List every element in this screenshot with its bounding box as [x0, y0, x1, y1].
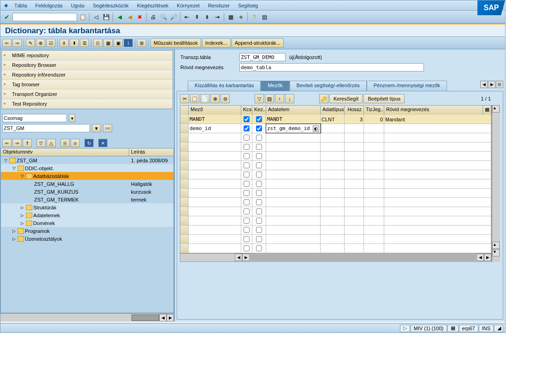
- init-checkbox[interactable]: [256, 153, 262, 159]
- tree-row[interactable]: ▷Adatelemek: [1, 211, 173, 219]
- display-change-icon[interactable]: ✎: [26, 39, 35, 47]
- init-checkbox[interactable]: [256, 190, 262, 196]
- init-checkbox[interactable]: [256, 227, 262, 233]
- prev-page-icon[interactable]: ⇞: [192, 12, 202, 22]
- tree-row[interactable]: ▽Adatbázistáblák: [1, 172, 173, 180]
- append-struct-button[interactable]: Append-struktúrák...: [232, 38, 284, 48]
- repo-item[interactable]: ▫Repository infórendszer: [2, 70, 173, 80]
- new-session-icon[interactable]: ▦: [226, 12, 235, 22]
- col-settings-icon[interactable]: ▦: [483, 106, 491, 115]
- tab-fields[interactable]: Mezők: [261, 81, 289, 91]
- data-element-input[interactable]: [267, 172, 319, 178]
- tree-row[interactable]: ▽ZST_GM1. péda 2008/09: [1, 156, 173, 164]
- object-tree[interactable]: ▽ZST_GM1. péda 2008/09▽DDIC-objekt.▽Adat…: [0, 156, 174, 313]
- scroll-right-icon[interactable]: ▶: [167, 314, 174, 321]
- key-checkbox[interactable]: [244, 162, 250, 168]
- tree-toggle-icon[interactable]: ▷: [11, 237, 17, 241]
- key-checkbox[interactable]: [244, 227, 250, 233]
- f4-help-icon[interactable]: ◐: [313, 125, 319, 132]
- grid-row[interactable]: [180, 198, 491, 207]
- init-checkbox[interactable]: [256, 236, 262, 242]
- repo-item[interactable]: ▫MIME repository: [2, 51, 173, 60]
- col-init[interactable]: Kez...: [252, 106, 266, 115]
- tab-currency[interactable]: Pénznem-/mennyiségi mezők: [367, 81, 447, 91]
- hscroll-right-icon[interactable]: ▶: [242, 254, 250, 261]
- grid-row[interactable]: [180, 133, 491, 143]
- append-icon[interactable]: ⊞: [137, 39, 146, 47]
- exit-icon[interactable]: ◀: [125, 12, 134, 22]
- next-page-icon[interactable]: ⇟: [203, 12, 212, 22]
- vscroll-up2-icon[interactable]: ▲: [492, 242, 500, 249]
- display-icon[interactable]: 👓: [103, 124, 112, 132]
- field-name-input[interactable]: [190, 218, 240, 224]
- paste-icon[interactable]: 📄: [200, 94, 209, 103]
- col-datatype[interactable]: Adattípus: [321, 106, 345, 115]
- field-name-input[interactable]: [190, 116, 240, 122]
- grid-row[interactable]: [180, 152, 491, 161]
- find-icon[interactable]: 🔍: [159, 12, 168, 22]
- tab-delivery[interactable]: Kiszállítás és karbantartás: [188, 81, 261, 91]
- grid-vscroll[interactable]: ▲ ▲ ▼: [492, 105, 500, 262]
- repo-item[interactable]: ▫Tag browser: [2, 80, 173, 89]
- key-checkbox[interactable]: [244, 181, 250, 187]
- dropdown-history-icon[interactable]: ▼: [92, 124, 101, 132]
- tree-toggle-icon[interactable]: ▷: [19, 213, 25, 218]
- copy-icon[interactable]: 📋: [190, 94, 199, 103]
- find-next-icon[interactable]: 🔎: [169, 12, 178, 22]
- field-name-input[interactable]: [190, 135, 240, 141]
- grid-row[interactable]: [180, 161, 491, 170]
- menu-tabla[interactable]: Tábla: [11, 3, 31, 8]
- dropdown-icon[interactable]: ▾: [69, 114, 75, 122]
- vscroll-up-icon[interactable]: ▲: [492, 105, 500, 113]
- tree-row[interactable]: ▽DDIC-objekt.: [1, 164, 173, 172]
- close-tree-icon[interactable]: ✕: [98, 139, 107, 147]
- activate-icon[interactable]: 🕯: [60, 39, 69, 47]
- grid-row[interactable]: CLNT30Mandant: [180, 115, 491, 124]
- table-name-input[interactable]: [239, 53, 286, 61]
- col-shortdesc[interactable]: Rövid megnevezés: [384, 106, 483, 115]
- repo-item[interactable]: ▫Transport Organizer: [2, 89, 173, 99]
- menu-segitseg[interactable]: Segítség: [234, 3, 262, 8]
- data-element-input[interactable]: [267, 181, 319, 187]
- field-name-input[interactable]: [190, 227, 240, 233]
- tree-row[interactable]: ZST_GM_TERMEKtermek: [1, 196, 173, 203]
- contents-icon[interactable]: ▦: [103, 39, 113, 47]
- short-desc-input[interactable]: [239, 63, 424, 71]
- field-name-input[interactable]: [190, 162, 240, 168]
- menu-kornyezet[interactable]: Környezet: [173, 3, 203, 8]
- data-element-input[interactable]: [267, 245, 319, 251]
- tree-toggle-icon[interactable]: ▷: [11, 229, 17, 233]
- grid-row[interactable]: [180, 189, 491, 198]
- key-checkbox[interactable]: [244, 153, 250, 159]
- field-name-input[interactable]: [190, 190, 240, 196]
- init-checkbox[interactable]: [256, 245, 262, 251]
- data-element-input[interactable]: [267, 208, 319, 214]
- menu-feldolgozas[interactable]: Feldolgozás: [32, 3, 66, 8]
- init-checkbox[interactable]: [256, 116, 262, 122]
- status-nav-icon[interactable]: ▷: [400, 325, 410, 332]
- tab-scroll-left-icon[interactable]: ◀: [480, 81, 488, 88]
- key-checkbox[interactable]: [244, 218, 250, 224]
- data-element-input[interactable]: [267, 153, 319, 159]
- cancel-icon[interactable]: ✖: [135, 12, 144, 22]
- insert-row-icon[interactable]: ⊕: [210, 94, 220, 103]
- grid-row[interactable]: [180, 216, 491, 226]
- field-name-input[interactable]: [190, 172, 240, 178]
- move-down-icon[interactable]: ↓: [285, 94, 294, 103]
- field-name-input[interactable]: [190, 208, 240, 214]
- first-page-icon[interactable]: ⇤: [182, 12, 191, 22]
- object-name-input[interactable]: [2, 124, 90, 132]
- tree2-icon[interactable]: ⎚: [71, 139, 80, 147]
- data-element-input[interactable]: [267, 218, 319, 224]
- data-element-input[interactable]: [267, 135, 319, 141]
- grid-row[interactable]: [180, 143, 491, 152]
- col-length[interactable]: Hossz: [345, 106, 364, 115]
- grid-row[interactable]: [180, 226, 491, 235]
- tree-row[interactable]: ▷Domének: [1, 219, 173, 227]
- nav-up-icon[interactable]: ⇑: [23, 139, 32, 147]
- menu-ugras[interactable]: Ugrás: [67, 3, 88, 8]
- grid-row[interactable]: [180, 235, 491, 244]
- init-checkbox[interactable]: [256, 208, 262, 214]
- key-checkbox[interactable]: [244, 245, 250, 251]
- data-element-input[interactable]: [267, 199, 319, 205]
